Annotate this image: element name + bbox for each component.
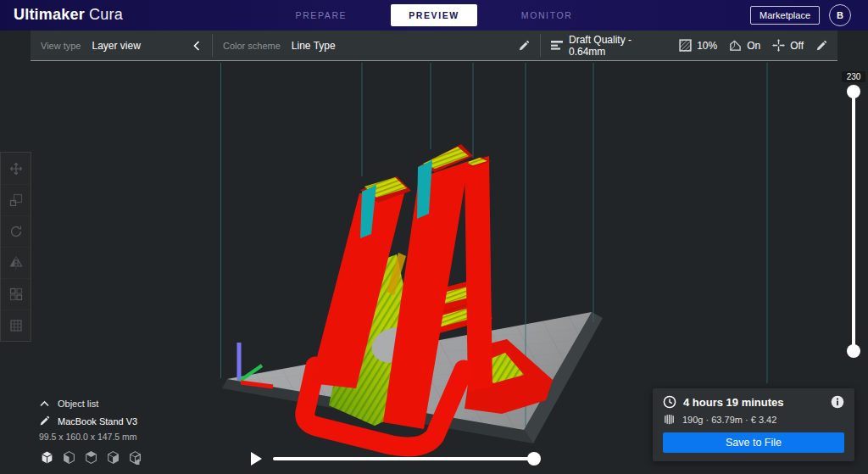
view-3d-icon[interactable]	[40, 450, 54, 465]
cura-window: Ender	[0, 0, 868, 474]
layer-slider: 230	[839, 71, 868, 351]
tab-preview[interactable]: PREVIEW	[391, 4, 477, 26]
tool-mirror[interactable]	[1, 247, 31, 278]
profile-layers-icon	[551, 40, 564, 51]
stage-menu: PREPARE PREVIEW MONITOR	[0, 0, 868, 31]
secondary-toolbar: View type Layer view Color scheme Line T…	[31, 31, 837, 61]
print-summary-panel: 4 hours 19 minutes 190g · 63.79m · € 3.4…	[653, 388, 854, 461]
tool-move[interactable]	[1, 153, 31, 184]
z-axis	[237, 343, 242, 381]
header-bar: Ultimaker Cura PREPARE PREVIEW MONITOR M…	[0, 0, 868, 31]
view-left-icon[interactable]	[106, 450, 120, 465]
profile-chip: Draft Quality - 0.64mm	[551, 34, 668, 58]
layer-slider-upper-handle[interactable]	[847, 85, 860, 98]
color-scheme-value: Line Type	[292, 40, 336, 52]
object-list-toggle[interactable]: Object list	[39, 394, 137, 412]
color-scheme-label: Color scheme	[223, 41, 281, 51]
infill-value: 10%	[697, 40, 717, 52]
edit-pencil-icon[interactable]	[815, 40, 827, 52]
tool-support-blocker[interactable]	[1, 309, 31, 341]
infill-icon	[679, 39, 692, 52]
object-name: MacBook Stand V3	[58, 416, 137, 427]
tool-per-model-settings[interactable]	[1, 278, 31, 309]
infill-chip: 10%	[679, 39, 717, 52]
marketplace-button[interactable]: Marketplace	[750, 6, 820, 25]
simulation-timeline	[251, 452, 534, 466]
timeline-track[interactable]	[273, 457, 534, 460]
edit-pencil-icon[interactable]	[518, 40, 530, 52]
filament-spool-icon	[663, 413, 676, 426]
support-value: On	[747, 40, 760, 52]
object-dimensions: 99.5 x 160.0 x 147.5 mm	[39, 432, 137, 442]
chevron-up-icon	[39, 399, 50, 408]
layer-slider-track[interactable]	[852, 86, 855, 351]
chevron-left-icon[interactable]	[192, 40, 202, 52]
color-scheme-selector[interactable]: Color scheme Line Type	[213, 31, 540, 60]
tool-rotate[interactable]	[1, 215, 31, 247]
play-button[interactable]	[251, 452, 262, 466]
view-type-selector[interactable]: View type Layer view	[31, 31, 212, 60]
account-avatar[interactable]: B	[829, 4, 851, 26]
print-time-estimate: 4 hours 19 minutes	[683, 396, 783, 409]
view-front-icon[interactable]	[62, 450, 76, 465]
timeline-handle[interactable]	[527, 452, 541, 466]
layer-slider-value: 230	[842, 71, 865, 82]
view-type-value: Layer view	[92, 40, 141, 52]
save-to-file-button[interactable]: Save to File	[663, 432, 844, 453]
adhesion-value: Off	[790, 40, 804, 52]
tool-sidebar	[0, 152, 31, 342]
adhesion-chip: Off	[772, 39, 804, 52]
view-type-label: View type	[41, 41, 81, 51]
clock-icon	[663, 395, 676, 409]
adhesion-icon	[772, 39, 785, 52]
info-icon[interactable]	[831, 395, 844, 409]
view-right-icon[interactable]	[128, 450, 142, 465]
print-setup-summary[interactable]: Draft Quality - 0.64mm 10%	[541, 31, 837, 60]
object-name-row[interactable]: MacBook Stand V3	[39, 412, 137, 430]
tab-prepare[interactable]: PREPARE	[284, 4, 359, 26]
support-icon	[729, 39, 742, 52]
camera-view-buttons	[40, 450, 142, 465]
tool-scale[interactable]	[1, 184, 31, 215]
layer-slider-lower-handle[interactable]	[847, 344, 860, 358]
support-chip: On	[729, 39, 760, 52]
rename-pencil-icon	[39, 415, 50, 427]
tab-monitor[interactable]: MONITOR	[509, 4, 585, 26]
object-list-label: Object list	[58, 399, 98, 409]
profile-value: Draft Quality - 0.64mm	[569, 34, 668, 58]
object-panel: Object list MacBook Stand V3 99.5 x 160.…	[39, 394, 137, 442]
material-estimate: 190g · 63.79m · € 3.42	[682, 415, 776, 425]
view-top-icon[interactable]	[84, 450, 98, 465]
